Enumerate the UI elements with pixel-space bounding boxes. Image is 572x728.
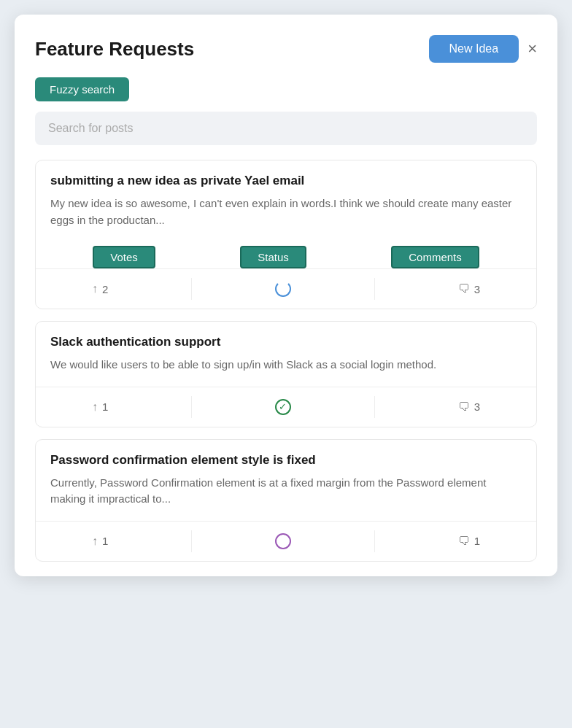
post-title: submitting a new idea as private Yael em… <box>50 174 522 188</box>
comments-count: 3 <box>474 400 480 413</box>
post-body: Password confirmation element style is f… <box>36 440 536 521</box>
upvote-icon: ↑ <box>92 535 98 548</box>
close-button[interactable]: × <box>527 41 537 57</box>
votes-stat: ↑ 2 <box>92 282 108 295</box>
status-icon-open <box>275 533 291 549</box>
votes-count: 1 <box>102 535 108 547</box>
comment-icon: 🗨 <box>458 282 470 295</box>
search-input[interactable] <box>35 112 537 145</box>
votes-stat: ↑ 1 <box>92 535 108 548</box>
post-footer: ↑ 2 🗨 3 <box>36 268 536 309</box>
status-label: Status <box>240 246 306 268</box>
feature-requests-panel: Feature Requests New Idea × Fuzzy search… <box>15 15 557 576</box>
comments-stat: 🗨 3 <box>458 282 480 295</box>
post-body: submitting a new idea as private Yael em… <box>36 160 536 241</box>
table-row: Password confirmation element style is f… <box>35 439 537 562</box>
column-label-row: Votes Status Comments <box>36 241 536 268</box>
comments-label: Comments <box>391 246 479 268</box>
tab-fuzzy-search[interactable]: Fuzzy search <box>35 77 129 101</box>
comment-icon: 🗨 <box>458 400 470 414</box>
posts-list: submitting a new idea as private Yael em… <box>35 160 537 562</box>
post-excerpt: We would like users to be able to sign u… <box>50 357 522 373</box>
comments-stat: 🗨 1 <box>458 535 480 548</box>
post-title: Password confirmation element style is f… <box>50 453 522 468</box>
table-row: Slack authentication support We would li… <box>35 321 537 427</box>
divider <box>191 396 192 418</box>
post-excerpt: My new idea is so awesome, I can't even … <box>50 195 522 228</box>
comment-icon: 🗨 <box>458 535 470 548</box>
divider <box>374 396 375 418</box>
comments-stat: 🗨 3 <box>458 400 480 414</box>
post-body: Slack authentication support We would li… <box>36 322 536 387</box>
comments-count: 1 <box>474 535 480 547</box>
divider <box>374 278 375 300</box>
votes-stat: ↑ 1 <box>92 400 108 414</box>
new-idea-button[interactable]: New Idea <box>429 35 519 63</box>
post-footer: ↑ 1 ✓ 🗨 3 <box>36 387 536 427</box>
post-footer: ↑ 1 🗨 1 <box>36 521 536 561</box>
status-stat <box>275 533 291 549</box>
status-icon-done: ✓ <box>275 399 291 415</box>
divider <box>191 278 192 300</box>
header-actions: New Idea × <box>429 35 537 63</box>
votes-count: 2 <box>102 283 108 295</box>
panel-header: Feature Requests New Idea × <box>35 35 537 63</box>
table-row: submitting a new idea as private Yael em… <box>35 160 537 309</box>
search-container <box>35 112 537 145</box>
divider <box>374 530 375 552</box>
comments-count: 3 <box>474 283 480 295</box>
status-stat <box>275 281 291 297</box>
votes-label: Votes <box>93 246 155 268</box>
upvote-icon: ↑ <box>92 400 98 414</box>
panel-title: Feature Requests <box>35 38 194 61</box>
post-title: Slack authentication support <box>50 335 522 349</box>
votes-count: 1 <box>102 400 108 413</box>
post-excerpt: Currently, Password Confirmation element… <box>50 475 522 508</box>
divider <box>191 530 192 552</box>
status-stat: ✓ <box>275 399 291 415</box>
upvote-icon: ↑ <box>92 282 98 295</box>
tabs-container: Fuzzy search <box>35 77 537 101</box>
status-icon-pending <box>275 281 291 297</box>
